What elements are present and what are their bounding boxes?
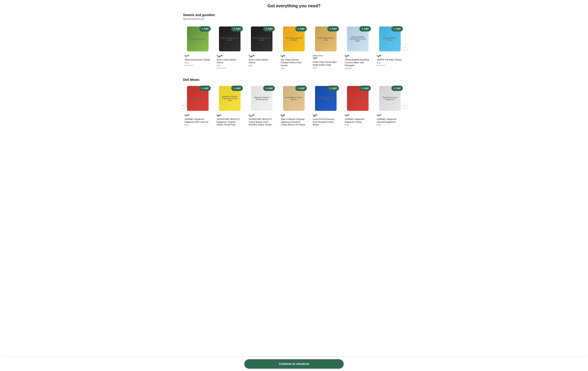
add-label: Add <box>204 28 208 30</box>
product-name-salami2: Boar's Head Salami, Genoa <box>249 58 275 64</box>
sweets-carousel: Sabra Guacamole+Add$739Sabra Guacamole, … <box>183 23 405 72</box>
add-label: Add <box>364 87 368 90</box>
product-image-wrap-skippy: Skippy PB Bites Pretzel+Add <box>377 25 403 53</box>
plus-icon: + <box>233 87 235 90</box>
product-card-landofrost: Land O Frost Turkey Breast+Add$899Land O… <box>311 82 340 129</box>
product-card-dietz: Dietz Watson Turkey Breast+Add$899Dietz … <box>279 82 308 129</box>
product-name-turkey1: SIGNATURE SELECTS Turkey Breast, Oven Ro… <box>249 118 275 126</box>
product-image-wrap-hormel3: Hormel Uncured Pepperoni+Add <box>377 84 403 112</box>
page-title: Got everything you need? <box>183 3 405 9</box>
gluten-free-badge-kettle: Gluten-Free <box>313 55 339 57</box>
product-image-wrap-salami2: Boar's Head Genoa Salami+Add <box>249 25 275 53</box>
add-button-salami1[interactable]: +Add <box>231 26 243 32</box>
product-card-turkey1: Signature Selects Turkey Breast+Add$1189… <box>247 82 276 129</box>
add-button-kettle[interactable]: +Add <box>327 26 339 32</box>
product-price-kettle: $739 <box>313 57 339 60</box>
product-price-turkey1: $1189 <box>249 114 275 117</box>
product-card-pepperoni-fam: Signature Selects Pepperoni Family Pack+… <box>215 82 244 129</box>
add-label: Add <box>268 87 273 90</box>
plus-icon: + <box>394 87 395 90</box>
product-size-hormel3: 5 oz <box>377 124 403 126</box>
product-price-sabra: $739 <box>185 55 211 58</box>
product-card-hormel2: Hormel Pepperoni Turkey+Add$749HORMEL Pe… <box>343 82 373 129</box>
plus-icon: + <box>202 87 203 90</box>
product-name-pepperoni-fam: SIGNATURE SELECTS Pepperoni, Original, S… <box>217 118 243 126</box>
sweets-carousel-next-arrow[interactable]: › <box>402 44 408 51</box>
product-name-dietz: Dietz & Watson Originals Applewood Smoke… <box>281 118 307 126</box>
add-button-turkey1[interactable]: +Add <box>263 86 275 91</box>
product-price-hormel2: $749 <box>345 114 371 117</box>
add-button-dietz[interactable]: +Add <box>295 86 307 91</box>
sponsored-label-skippy: Sponsored <box>377 64 403 66</box>
product-price-hormel3: $749 <box>377 114 403 117</box>
add-label: Add <box>396 28 400 30</box>
product-name-thirsty: Thirsty Buddha Sparkling Coconut Water, … <box>345 58 371 67</box>
product-card-sunchips: Sun Chips Harvest Cheddar+Add$449Sun Chi… <box>279 23 308 72</box>
product-price-salami1: $1649 <box>217 55 243 58</box>
deli-section-title: Deli Meats <box>183 78 405 82</box>
sweets-carousel-wrapper: › Sabra Guacamole+Add$739Sabra Guacamole… <box>183 23 405 72</box>
sweets-section-subtitle: Special picks for you <box>183 18 405 20</box>
deli-carousel-prev-arrow[interactable]: ‹ <box>180 102 186 109</box>
product-name-landofrost: Land O'Frost Premium Oven Roasted Turkey… <box>313 118 339 126</box>
plus-icon: + <box>330 27 331 30</box>
add-button-skippy[interactable]: +Add <box>391 26 403 32</box>
add-button-hormel2[interactable]: +Add <box>359 86 371 91</box>
product-size-hormel2: 5 oz <box>345 124 371 126</box>
plus-icon: + <box>362 87 363 90</box>
plus-icon: + <box>265 27 267 30</box>
add-button-pepperoni-fam[interactable]: +Add <box>231 86 243 91</box>
product-card-kettle: Kettle Chips Honey Dijon+AddGluten-Free$… <box>311 23 340 72</box>
product-price-skippy: $499 <box>377 55 403 58</box>
product-name-skippy: SKIPPY P.B Bites, Pretzel <box>377 58 403 61</box>
plus-icon: + <box>298 87 299 90</box>
product-card-sabra: Sabra Guacamole+Add$739Sabra Guacamole, … <box>183 23 212 72</box>
add-label: Add <box>364 28 368 30</box>
sponsored-label-salami1: Sponsored <box>217 67 243 69</box>
product-size-salami2: 4 oz <box>249 64 275 67</box>
product-price-thirsty: $269 <box>345 55 371 58</box>
sweets-section: Sweets and goodies Special picks for you… <box>183 13 405 72</box>
deli-carousel-next-arrow[interactable]: › <box>402 102 408 109</box>
product-size-salami1: 4 oz <box>217 64 243 67</box>
add-button-sunchips[interactable]: +Add <box>295 26 307 32</box>
add-label: Add <box>300 28 304 30</box>
product-image-wrap-turkey1: Signature Selects Turkey Breast+Add <box>249 84 275 112</box>
product-card-salami2: Boar's Head Genoa Salami+Add$1649Boar's … <box>247 23 276 72</box>
plus-icon: + <box>202 27 203 30</box>
deli-carousel-wrapper: ‹ › Hormel Pepperoni 25% Less Fat+Add$74… <box>183 82 405 129</box>
product-price-landofrost: $899 <box>313 114 339 117</box>
product-name-hormel1: HORMEL Pepperoni Pepperoni 25% Less Fat <box>185 118 211 124</box>
product-image-wrap-landofrost: Land O Frost Turkey Breast+Add <box>313 84 339 112</box>
product-image-wrap-salami1: Boar's Head Genoa Salami+Add <box>217 25 243 53</box>
product-price-hormel1: $749 <box>185 114 211 117</box>
add-button-hormel1[interactable]: +Add <box>199 86 211 91</box>
product-name-sunchips: Sun Chips Harvest Cheddar Whole Grain Sn… <box>281 58 307 67</box>
product-size-hormel1: 6 oz <box>185 124 211 126</box>
product-image-wrap-kettle: Kettle Chips Honey Dijon+Add <box>313 25 339 53</box>
product-size-kettle: 2 oz <box>313 67 339 69</box>
add-button-landofrost[interactable]: +Add <box>327 86 339 91</box>
product-image-wrap-dietz: Dietz Watson Turkey Breast+Add <box>281 84 307 112</box>
sponsored-label-sabra: Sponsored <box>185 64 211 66</box>
product-size-thirsty: 11.2 oz <box>345 67 371 70</box>
add-button-thirsty[interactable]: +Add <box>359 26 371 32</box>
add-label: Add <box>268 28 273 30</box>
product-image-wrap-sabra: Sabra Guacamole+Add <box>185 25 211 53</box>
product-image-wrap-thirsty: Thirsty Buddha Sparkling Coconut Water+A… <box>345 25 371 53</box>
product-image-wrap-sunchips: Sun Chips Harvest Cheddar+Add <box>281 25 307 53</box>
add-label: Add <box>236 28 240 30</box>
add-button-hormel3[interactable]: +Add <box>391 86 403 91</box>
product-card-thirsty: Thirsty Buddha Sparkling Coconut Water+A… <box>343 23 373 72</box>
add-button-sabra[interactable]: +Add <box>199 26 211 32</box>
product-card-skippy: Skippy PB Bites Pretzel+Add$499SKIPPY P.… <box>375 23 404 72</box>
product-name-salami1: Boar's Head Salami, Genoa <box>217 58 243 64</box>
plus-icon: + <box>330 87 331 90</box>
product-image-wrap-hormel2: Hormel Pepperoni Turkey+Add <box>345 84 371 112</box>
product-name-hormel2: HORMEL Pepperoni Pepperoni Turkey <box>345 118 371 124</box>
plus-icon: + <box>265 87 267 90</box>
product-card-hormel3: Hormel Uncured Pepperoni+Add$749HORMEL P… <box>375 82 404 129</box>
plus-icon: + <box>394 27 395 30</box>
deli-carousel: Hormel Pepperoni 25% Less Fat+Add$749HOR… <box>183 82 405 129</box>
add-button-salami2[interactable]: +Add <box>263 26 275 32</box>
